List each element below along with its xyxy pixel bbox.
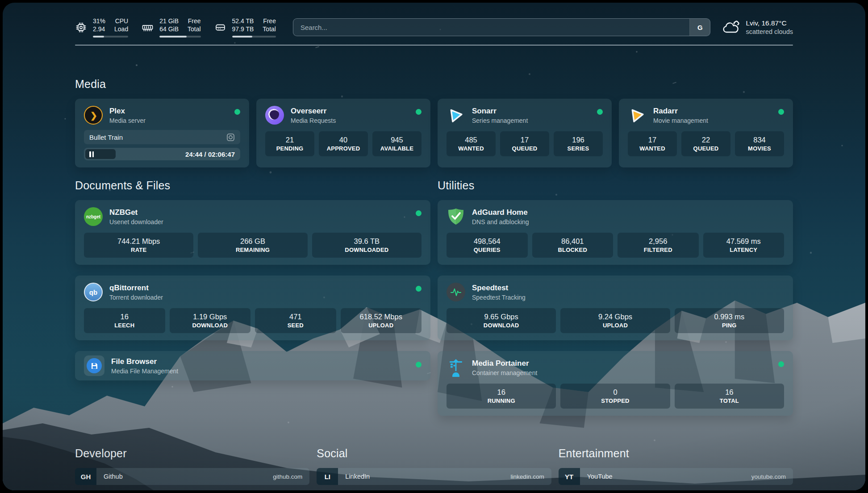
service-subtitle: Media File Management — [111, 368, 409, 375]
stat-block: 945AVAILABLE — [372, 131, 421, 156]
bookmark-name: LinkedIn — [345, 473, 370, 480]
stat-block: 196SERIES — [554, 131, 603, 156]
card-adguard[interactable]: AdGuard Home DNS and adblocking 498,564Q… — [438, 200, 793, 265]
service-subtitle: Movie management — [653, 117, 772, 124]
service-title: AdGuard Home — [472, 208, 784, 217]
section-media: Media ❯ Plex Media server Bullet Train — [75, 78, 793, 167]
stat-block: 47.569 msLATENCY — [703, 233, 785, 258]
service-title: Speedtest — [472, 284, 784, 292]
card-sonarr[interactable]: Sonarr Series management 485WANTED 17QUE… — [438, 99, 612, 167]
service-title: Radarr — [653, 107, 772, 116]
topbar-divider — [75, 45, 793, 46]
search-input[interactable] — [293, 19, 689, 36]
top-bar: 31% CPU 2.94 Load 21 GiB Free 64 GiB — [75, 3, 793, 40]
stat-block: 266 GBREMAINING — [198, 233, 307, 258]
now-playing-title: Bullet Train — [89, 134, 123, 141]
service-subtitle: Media server — [109, 117, 228, 124]
section-social: Social LI LinkedInlinkedin.com TW Twitte… — [317, 447, 551, 490]
cpu-percent: 31% — [93, 17, 105, 25]
memory-free: 21 GiB — [159, 17, 179, 25]
cpu-widget: 31% CPU 2.94 Load — [75, 17, 128, 38]
filebrowser-icon — [84, 355, 104, 376]
disk-progress-bar — [232, 36, 276, 38]
card-qbittorrent[interactable]: qb qBittorrent Torrent downloader 16LEEC… — [75, 276, 430, 340]
service-subtitle: DNS and adblocking — [472, 218, 784, 226]
cpu-label: CPU — [114, 17, 128, 25]
section-developer: Developer GH Githubgithub.com SO StackOv… — [75, 447, 309, 490]
weather-location: Lviv, 16.87°C — [746, 19, 793, 28]
stat-block: 22QUEUED — [681, 131, 730, 156]
stat-block: 834MOVIES — [735, 131, 784, 156]
search-provider-button[interactable]: G — [689, 19, 710, 36]
bookmark-youtube[interactable]: YT YouTubeyoutube.com — [559, 468, 793, 485]
entertainment-section-title: Entertainment — [559, 447, 793, 460]
floppy-icon — [91, 362, 98, 370]
service-title: File Browser — [111, 357, 409, 366]
plex-icon: ❯ — [84, 106, 103, 125]
service-subtitle: Series management — [472, 117, 590, 124]
status-dot-online — [416, 210, 421, 216]
memory-total: 64 GiB — [159, 25, 179, 33]
bookmark-abbr: GH — [75, 468, 96, 485]
card-nzbget[interactable]: nzbget NZBGet Usenet downloader 744.21 M… — [75, 200, 430, 265]
documents-section-title: Documents & Files — [75, 179, 430, 192]
cpu-icon — [75, 21, 87, 33]
disk-total: 97.9 TB — [232, 25, 254, 33]
adguard-icon — [447, 207, 465, 226]
memory-total-label: Total — [188, 25, 201, 33]
social-section-title: Social — [317, 447, 551, 460]
stat-block: 9.65 GbpsDOWNLOAD — [447, 308, 556, 333]
dashboard-screenshot: { "topbar": { "cpu": { "value_top": "31%… — [0, 0, 868, 493]
cpu-load-label: Load — [114, 25, 128, 33]
stat-block: 39.6 TBDOWNLOADED — [312, 233, 421, 258]
sonarr-icon — [447, 106, 465, 125]
stat-block: 1.19 GbpsDOWNLOAD — [170, 308, 251, 333]
weather-widget[interactable]: Lviv, 16.87°C scattered clouds — [722, 19, 793, 36]
card-radarr[interactable]: Radarr Movie management 17WANTED 22QUEUE… — [619, 99, 793, 167]
service-title: Media Portainer — [472, 359, 772, 368]
status-dot-online — [416, 362, 421, 368]
bookmark-linkedin[interactable]: LI LinkedInlinkedin.com — [317, 468, 551, 485]
memory-widget: 21 GiB Free 64 GiB Total — [142, 17, 200, 38]
stat-block: 0STOPPED — [560, 384, 670, 409]
bookmark-github[interactable]: GH Githubgithub.com — [75, 468, 309, 485]
service-title: Sonarr — [472, 107, 590, 116]
stat-block: 485WANTED — [447, 131, 496, 156]
search-bar: G — [293, 18, 710, 36]
card-speedtest[interactable]: Speedtest Speedtest Tracking 9.65 GbpsDO… — [438, 276, 793, 340]
status-dot-online — [234, 109, 240, 115]
bookmark-url: linkedin.com — [511, 473, 544, 480]
nzbget-icon: nzbget — [84, 207, 103, 226]
utilities-section-title: Utilities — [438, 179, 793, 192]
media-section-title: Media — [75, 78, 793, 91]
card-filebrowser[interactable]: File Browser Media File Management — [75, 351, 430, 380]
card-overseerr[interactable]: Overseerr Media Requests 21PENDING 40APP… — [256, 99, 430, 167]
disk-free-label: Free — [263, 17, 276, 25]
service-subtitle: Container management — [472, 369, 772, 376]
disk-widget: 52.4 TB Free 97.9 TB Total — [214, 17, 276, 38]
section-entertainment: Entertainment YT YouTubeyoutube.com NF N… — [559, 447, 793, 490]
weather-condition: scattered clouds — [746, 28, 793, 36]
disk-free: 52.4 TB — [232, 17, 254, 25]
playback-progress-bar[interactable]: 24:44 / 02:06:47 — [84, 148, 240, 160]
status-dot-online — [778, 109, 784, 115]
cpu-progress-bar — [93, 36, 128, 38]
speedtest-icon — [447, 283, 465, 301]
stat-block: 0.993 msPING — [675, 308, 784, 333]
now-playing-view-icon[interactable] — [226, 133, 235, 142]
memory-progress-bar — [159, 36, 200, 38]
bookmark-name: YouTube — [587, 473, 613, 480]
service-subtitle: Media Requests — [291, 117, 409, 124]
stat-block: 86,401BLOCKED — [532, 233, 613, 258]
cloud-icon — [722, 20, 740, 35]
bookmark-url: github.com — [273, 473, 302, 480]
status-dot-online — [778, 361, 784, 367]
bookmark-abbr: LI — [317, 468, 338, 485]
section-utilities: Utilities AdGuard Home — [438, 179, 793, 426]
card-plex[interactable]: ❯ Plex Media server Bullet Train — [75, 99, 249, 167]
card-portainer[interactable]: Media Portainer Container management 16R… — [438, 351, 793, 416]
service-title: Overseerr — [291, 107, 409, 116]
stat-block: 9.24 GbpsUPLOAD — [560, 308, 670, 333]
bookmark-url: youtube.com — [751, 473, 786, 480]
qbittorrent-icon: qb — [84, 283, 103, 301]
